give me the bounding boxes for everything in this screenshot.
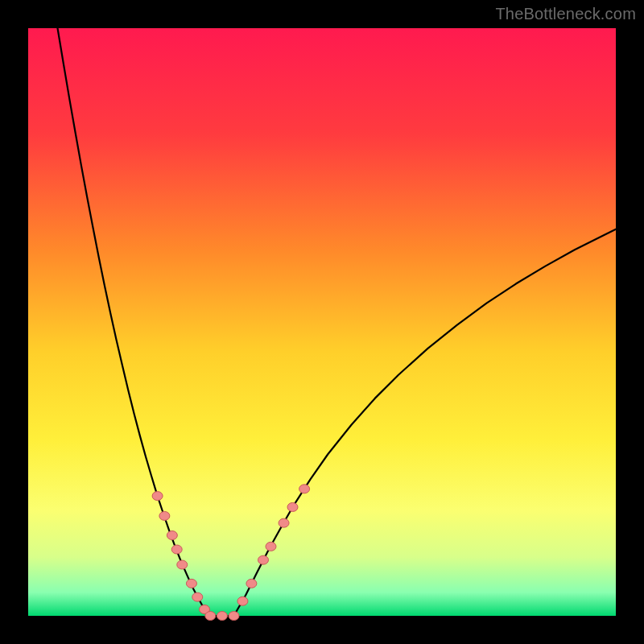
series-right-branch bbox=[234, 229, 617, 616]
marker-point bbox=[177, 560, 188, 569]
marker-point bbox=[171, 545, 182, 554]
plot-area bbox=[28, 28, 616, 616]
marker-point bbox=[192, 592, 203, 601]
marker-point bbox=[279, 518, 289, 527]
marker-point bbox=[287, 502, 298, 511]
marker-point bbox=[152, 492, 163, 501]
series-left-branch bbox=[58, 28, 211, 616]
marker-point bbox=[258, 555, 269, 564]
chart-frame: TheBottleneck.com bbox=[0, 0, 644, 644]
marker-point bbox=[237, 597, 248, 605]
marker-point bbox=[246, 579, 257, 588]
marker-point bbox=[167, 530, 177, 539]
marker-point bbox=[266, 542, 276, 551]
curve-layer bbox=[28, 28, 616, 616]
marker-point bbox=[299, 485, 310, 493]
marker-point bbox=[186, 579, 196, 588]
marker-point bbox=[217, 612, 227, 621]
marker-point bbox=[205, 612, 216, 621]
marker-point bbox=[229, 612, 239, 621]
marker-point bbox=[159, 511, 170, 520]
watermark-text: TheBottleneck.com bbox=[495, 5, 636, 23]
